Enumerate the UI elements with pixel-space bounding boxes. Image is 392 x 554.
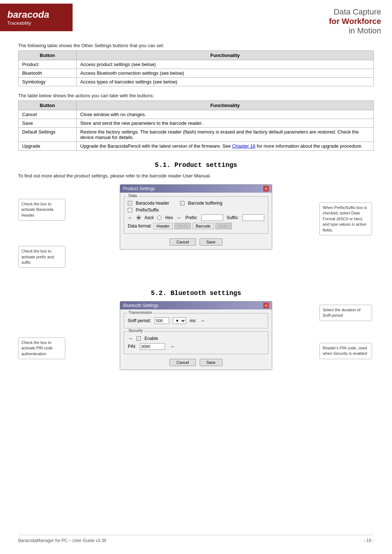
transmission-group: Transmission Sniff period: ▼ ms ← — [124, 313, 268, 328]
product-dialog-title: Product Settings — [123, 186, 155, 191]
table2-save-desc: Store and send the new parameters to the… — [77, 119, 374, 128]
format-barcode: Barcode — [192, 223, 214, 229]
sniff-unit-label: ms — [190, 318, 196, 323]
product-right-annotation: When Prefix/Suffix box is checked, selec… — [319, 202, 374, 235]
other-settings-table: Button Functionality Product Access prod… — [18, 50, 374, 86]
data-format-label: Data format: — [128, 223, 152, 229]
table2-cancel-desc: Close window with no changes. — [77, 110, 374, 119]
table2-default-label: Default Settings — [19, 128, 77, 142]
table1-header-functionality: Functionality — [77, 51, 374, 60]
table-row: Symbology Access types of barcodes setti… — [19, 78, 374, 86]
table2-default-desc: Restore the factory settings. The barcod… — [77, 128, 374, 142]
table1-header-button: Button — [19, 51, 77, 60]
header-line3: in Motion — [73, 26, 381, 36]
bluetooth-dialog-buttons: Cancel Save — [124, 357, 268, 366]
bluetooth-dialog: Bluetooth Settings ✕ Transmission Sniff … — [120, 301, 272, 370]
format-header: Header — [153, 223, 173, 229]
header-tagline: Data Capture for Workforce in Motion — [73, 4, 392, 36]
data-group-label: Data — [127, 193, 138, 198]
table1-row3-col2: Access types of barcodes settings (see b… — [77, 78, 374, 86]
footer-right: - 19 - — [364, 538, 374, 543]
ascii-radio[interactable] — [136, 216, 141, 220]
sniff-period-input[interactable] — [155, 317, 169, 324]
table2-intro: The table below shows the actions you ca… — [18, 93, 374, 98]
bluetooth-settings-area: Check the box to activate PIN code authe… — [18, 301, 374, 388]
pin-arrow-icon: ← — [170, 344, 175, 349]
arrow-icon: ← — [128, 215, 133, 221]
table2-cancel-label: Cancel — [19, 110, 77, 119]
prefix-suffix-row: Prefix/Suffix — [128, 208, 264, 213]
table2-upgrade-desc: Upgrade the BaracodaPencil with the late… — [77, 142, 374, 151]
ascii-label: Ascii — [144, 215, 154, 220]
hex-label: Hex — [165, 215, 173, 220]
pin-label: PIN: — [128, 344, 136, 349]
product-save-button[interactable]: Save — [200, 238, 222, 246]
suffix-input[interactable] — [242, 214, 264, 221]
pin-code-annotation: Check the box to activate PIN code authe… — [18, 337, 65, 359]
product-dialog-body: Data Baracoda header Barcode buffering P… — [120, 193, 272, 249]
table1-row2-col2: Access Bluetooth connection settings (se… — [77, 69, 374, 78]
table-row: Default Settings Restore the factory set… — [19, 128, 374, 142]
baracoda-header-row: Baracoda header Barcode buffering — [128, 201, 264, 206]
data-format-row: Data format: Header Prefix Barcode Suffi… — [128, 223, 264, 229]
table1-row3-col1: Symbology — [19, 78, 77, 86]
header-line2: for Workforce — [73, 17, 381, 26]
product-cancel-button[interactable]: Cancel — [170, 238, 196, 246]
table-row: Bluetooth Access Bluetooth connection se… — [19, 69, 374, 78]
enable-checkbox[interactable] — [136, 336, 141, 341]
sniff-period-dropdown[interactable]: ▼ — [173, 317, 186, 324]
product-dialog-close[interactable]: ✕ — [263, 186, 269, 192]
sniff-period-row: Sniff period: ▼ ms ← — [128, 317, 264, 324]
table1-row1-col1: Product — [19, 60, 77, 69]
transmission-group-label: Transmission — [127, 310, 154, 315]
product-settings-area: Check the box to activate Baracoda Heade… — [18, 184, 374, 279]
bluetooth-dialog-body: Transmission Sniff period: ▼ ms ← — [120, 309, 272, 370]
bluetooth-cancel-button[interactable]: Cancel — [170, 359, 196, 366]
security-group-label: Security — [127, 328, 144, 333]
pin-input[interactable] — [140, 343, 165, 350]
data-group: Data Baracoda header Barcode buffering P… — [124, 196, 268, 234]
barcode-buffering-checkbox[interactable] — [180, 201, 184, 205]
logo-top: baracoda — [7, 9, 65, 20]
section51-title: 5.1. Product settings — [18, 161, 374, 169]
chapter16-link[interactable]: Chapter 16 — [232, 143, 255, 149]
page-footer: BaracodaManager for PC – User Guide v3.3… — [18, 535, 374, 543]
page-header: baracoda Traceability Data Capture for W… — [0, 0, 392, 36]
product-left-annotations: Check the box to activate Baracoda Heade… — [18, 199, 65, 268]
suffix-label: Suffix: — [227, 215, 239, 220]
format-suffix: Suffix — [215, 223, 232, 229]
prefix-label: Prefix: — [185, 215, 198, 220]
prefix-suffix-annotation: Check the box to activate prefix and suf… — [18, 246, 65, 268]
header-line1: Data Capture — [73, 7, 381, 17]
product-dialog-titlebar: Product Settings ✕ — [120, 185, 272, 193]
sniff-duration-bubble: Select the duration of Sniff period — [319, 305, 372, 321]
enable-row: → Enable — [128, 336, 264, 341]
logo-bottom: Traceability — [7, 20, 65, 26]
section52-title: 5.2. Bluetooth settings — [18, 290, 374, 297]
hex-radio[interactable] — [157, 216, 162, 220]
bluetooth-dialog-close[interactable]: ✕ — [263, 303, 269, 308]
bluetooth-save-button[interactable]: Save — [200, 359, 222, 366]
bluetooth-left-annotation: Check the box to activate PIN code authe… — [18, 337, 65, 359]
security-group: Security → Enable PIN: ← — [124, 331, 268, 354]
baracoda-header-label: Baracoda header — [136, 201, 169, 206]
prefix-input[interactable] — [201, 214, 223, 221]
format-prefix: Prefix — [174, 223, 191, 229]
main-content: The following table shows the Other Sett… — [0, 36, 392, 395]
product-dialog-buttons: Cancel Save — [124, 237, 268, 246]
table2-save-label: Save — [19, 119, 77, 128]
footer-left: BaracodaManager for PC – User Guide v3.3… — [18, 538, 106, 543]
table-row: Save Store and send the new parameters t… — [19, 119, 374, 128]
prefix-suffix-checkbox[interactable] — [128, 208, 132, 212]
ascii-hex-row: ← Ascii Hex ← Prefix: Suffix: — [128, 214, 264, 221]
table1-row1-col2: Access product settings (see below) — [77, 60, 374, 69]
arrow2-icon: ← — [177, 215, 182, 221]
barcode-buffering-label: Barcode buffering — [188, 201, 222, 206]
baracoda-header-checkbox[interactable] — [128, 201, 132, 205]
bluetooth-dialog-title: Bluetooth Settings — [123, 303, 158, 308]
pin-row: PIN: ← — [128, 343, 264, 350]
actions-table: Button Functionality Cancel Close window… — [18, 100, 374, 151]
enable-arrow-icon: → — [128, 336, 133, 341]
table1-row2-col1: Bluetooth — [19, 69, 77, 78]
sniff-arrow-icon: ← — [201, 318, 206, 324]
